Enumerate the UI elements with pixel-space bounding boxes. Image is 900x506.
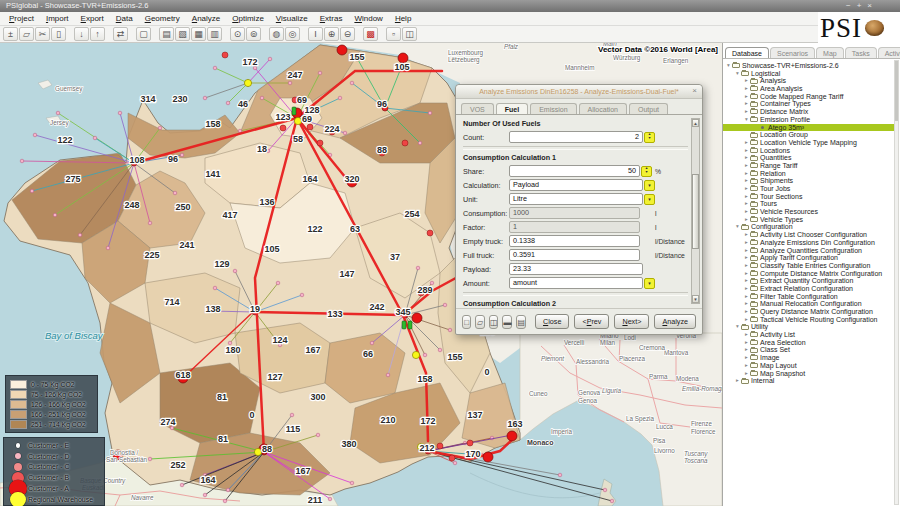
dropdown-icon[interactable]: ▾ [644,180,655,191]
tree-expander-icon[interactable]: ▸ [743,170,750,178]
dialog-tab-emission[interactable]: Emission [530,103,576,114]
tree-expander-icon[interactable]: ▸ [734,377,741,385]
tree-expander-icon[interactable]: ▸ [743,147,750,155]
tree-item-filter-table-configuration[interactable]: ▸Filter Table Configuration [723,293,895,301]
document-icon[interactable]: ▢ [136,27,151,41]
tree-item-range-tariff[interactable]: ▸Range Tariff [723,162,895,170]
tree-expander-icon[interactable]: ▾ [734,70,741,78]
tree-expander-icon[interactable]: ▸ [743,85,750,93]
amount-input[interactable]: amount [509,277,643,289]
tree-item-utility[interactable]: ▾Utility [723,323,895,331]
dialog-tab-output[interactable]: Output [629,103,668,114]
tree-item-class-set[interactable]: ▸Class Set [723,346,895,354]
next-button[interactable]: Next> [614,314,649,329]
tree-expander-icon[interactable]: ▸ [743,231,750,239]
cut-icon[interactable]: ✂ [35,27,50,41]
tree-expander-icon[interactable]: ▸ [743,77,750,85]
tree-expander-icon[interactable]: ▸ [743,93,750,101]
globe-icon[interactable]: ◍ [269,27,284,41]
tree-item-area-analysis[interactable]: ▸Area Analysis [723,85,895,93]
dialog-scrollbar[interactable]: ▲ ▼ [691,118,700,304]
menu-item-analyze[interactable]: Analyze [187,13,225,24]
tree-item-configuration[interactable]: ▾Configuration [723,223,895,231]
close-button[interactable]: Close [535,314,569,329]
maximize-button[interactable]: + [857,0,862,12]
export-icon[interactable]: ↑ [90,27,105,41]
tab-tasks[interactable]: Tasks [845,47,877,58]
tree-expander-icon[interactable]: ▸ [743,293,750,301]
tree-item-tours[interactable]: ▸Tours [723,200,895,208]
tree-item-code-mapped-range-tariff[interactable]: ▸Code Mapped Range Tariff [723,93,895,101]
close-button[interactable]: × [867,0,872,12]
tree-item-classify-table-entries-configuration[interactable]: ▸Classify Table Entries Configuration [723,262,895,270]
tree-expander-icon[interactable]: ▸ [743,270,750,278]
menu-item-project[interactable]: Project [4,13,39,24]
tree-item-shipments[interactable]: ▸Shipments [723,177,895,185]
tree-expander-icon[interactable]: ▸ [743,262,750,270]
tree-item-vehicle-types[interactable]: ▸Vehicle Types [723,216,895,224]
dialog-tab-vos[interactable]: VOS [461,103,494,114]
tree-expander-icon[interactable]: ▸ [743,139,750,147]
scroll-up-icon[interactable]: ▲ [692,119,699,127]
table-icon[interactable]: ▤ [159,27,174,41]
tree-item-tour-sections[interactable]: ▸Tour Sections [723,193,895,201]
tree-item-emission-profile[interactable]: ▾Emission Profile [723,116,895,124]
tree-item-internal[interactable]: ▸Internal [723,377,895,385]
add-icon[interactable]: ± [3,27,18,41]
tree-item-locations[interactable]: ▸Locations [723,147,895,155]
remove-button[interactable]: ▬ [502,315,512,329]
menu-item-optimize[interactable]: Optimize [227,13,269,24]
minimize-button[interactable]: − [846,0,851,12]
tab-scenarios[interactable]: Scenarios [770,47,815,58]
tree-expander-icon[interactable]: ▸ [743,285,750,293]
tree-expander-icon[interactable]: ▸ [743,308,750,316]
tree-expander-icon[interactable]: ▸ [743,193,750,201]
tree-item-relation[interactable]: ▸Relation [723,170,895,178]
text-tool-icon[interactable]: I [308,27,323,41]
analyze-button[interactable]: Analyze [654,314,696,329]
tree-expander-icon[interactable]: ▸ [743,362,750,370]
tree-expander-icon[interactable]: ▸ [743,331,750,339]
menu-item-extras[interactable]: Extras [315,13,348,24]
tree-expander-icon[interactable]: ▸ [743,154,750,162]
calculation-input[interactable]: Payload [509,179,643,191]
spinner-control[interactable]: ▲▼ [644,132,655,143]
spinner-control[interactable]: ▲▼ [641,166,652,177]
tree-expander-icon[interactable]: ▸ [743,200,750,208]
scroll-down-icon[interactable]: ▼ [692,295,699,303]
tree-item-analyze-quantities-configuration[interactable]: ▸Analyze Quantities Configuration [723,247,895,255]
tree-item-extract-relation-configuration[interactable]: ▸Extract Relation Configuration [723,285,895,293]
tree-expander-icon[interactable]: ▸ [743,108,750,116]
tree-expander-icon[interactable]: ▾ [725,62,732,70]
new-button[interactable]: □ [462,315,471,329]
full-truck-input[interactable]: 0.3591 [509,249,640,261]
open-folder-icon[interactable]: ▱ [19,27,34,41]
unit-input[interactable]: Litre [509,193,643,205]
menu-item-data[interactable]: Data [111,13,138,24]
panel-scrollbar[interactable] [894,60,899,505]
import-icon[interactable]: ↓ [74,27,89,41]
open-button[interactable]: ▱ [475,315,484,329]
tree-item-activity-list[interactable]: ▸Activity List [723,331,895,339]
table-grid-icon[interactable]: ▦ [191,27,206,41]
delete-icon[interactable]: ▯ [51,27,66,41]
tree-expander-icon[interactable]: ▸ [743,316,750,324]
menu-item-visualize[interactable]: Visualize [271,13,313,24]
tree-expander-icon[interactable]: ▸ [743,185,750,193]
tree-expander-icon[interactable]: ▸ [743,277,750,285]
dialog-close-icon[interactable]: × [692,86,697,95]
share-input[interactable]: 50 [509,165,640,177]
window-icon[interactable]: ▫ [386,27,401,41]
window-titlebar[interactable]: PSIglobal - Showcase-TVR+Emissions-2.6 −… [0,0,900,12]
menu-item-help[interactable]: Help [390,13,416,24]
tree-item-apply-tariff-configuration[interactable]: ▸Apply Tariff Configuration [723,254,895,262]
print-button[interactable]: ▤ [516,315,526,329]
tree-item-showcase-tvr-emissions-2-6[interactable]: ▾Showcase-TVR+Emissions-2.6 [723,62,895,70]
tree-item-container-types[interactable]: ▸Container Types [723,100,895,108]
tree-expander-icon[interactable]: ▸ [743,247,750,255]
table-view-icon[interactable]: ▥ [207,27,222,41]
tree-item-distance-matrix[interactable]: ▸Distance Matrix [723,108,895,116]
tab-activit[interactable]: Activit... [878,47,900,58]
menu-item-import[interactable]: Import [41,13,74,24]
tree-expander-icon[interactable]: ▸ [743,354,750,362]
